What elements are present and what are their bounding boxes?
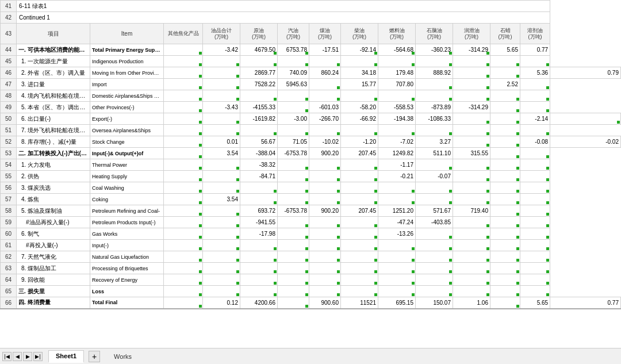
data-cell: -3.42	[203, 44, 240, 56]
zh-cell: 3. 煤炭洗选	[17, 182, 90, 194]
nav-first-sheet[interactable]: |◀	[2, 352, 12, 361]
data-cell	[520, 159, 550, 171]
row-num: 54	[1, 159, 17, 171]
data-cell: 7528.22	[240, 79, 278, 90]
data-cell	[490, 148, 520, 159]
data-cell: -314.29	[453, 44, 490, 56]
data-cell	[520, 194, 550, 205]
row-num: 64	[1, 274, 17, 286]
zh-cell: 5. 本省（区、市）调出量(-)	[17, 102, 90, 113]
data-cell	[416, 194, 453, 205]
data-cell	[416, 182, 453, 194]
data-cell	[416, 79, 453, 90]
add-sheet-button[interactable]: +	[89, 351, 100, 362]
data-cell: -0.08	[520, 136, 550, 148]
data-cell: -66.92	[341, 113, 378, 125]
zh-cell: #再投入量(-)	[17, 240, 90, 251]
data-cell	[490, 159, 520, 171]
data-cell	[416, 159, 453, 171]
data-cell	[164, 205, 203, 217]
data-cell	[520, 251, 550, 263]
zh-cell: 二. 加工转换投入(-)产出(+)量	[17, 148, 90, 159]
data-cell	[520, 102, 550, 113]
data-cell	[278, 297, 309, 309]
data-cell: -1619.82	[240, 113, 278, 125]
data-cell: 5.36	[520, 67, 550, 79]
table-row: 55 2. 供热 Heating Supply -84.71 -0.21 -0.…	[1, 171, 621, 182]
zh-cell: 3. 进口量	[17, 79, 90, 90]
data-cell	[416, 263, 453, 274]
data-cell	[309, 251, 341, 263]
sheet-tab-sheet1[interactable]: Sheet1	[48, 350, 84, 363]
zh-cell: 一. 可供本地区消费的能源里	[17, 44, 90, 56]
en-cell: Export(-)	[90, 113, 164, 125]
data-cell: 900.20	[309, 148, 341, 159]
data-cell	[240, 90, 278, 102]
data-cell	[203, 159, 240, 171]
works-label: Works	[114, 353, 132, 360]
data-cell	[378, 286, 416, 297]
data-cell: -266.70	[309, 113, 341, 125]
data-cell	[203, 171, 240, 182]
data-cell	[490, 113, 520, 125]
zh-cell: 三. 损失里	[17, 286, 90, 297]
title-row: 41 6-11 绿表1	[1, 1, 621, 12]
data-cell	[341, 240, 378, 251]
col-header-g: 煤油(万吨)	[309, 24, 341, 44]
data-cell	[164, 56, 203, 67]
data-cell	[203, 67, 240, 79]
data-cell	[378, 56, 416, 67]
zh-cell: 8. 煤制品加工	[17, 263, 90, 274]
data-cell	[203, 240, 240, 251]
data-cell	[341, 274, 378, 286]
nav-next-sheet[interactable]: ▶	[23, 352, 32, 361]
data-cell: -388.04	[240, 148, 278, 159]
nav-prev-sheet[interactable]: ◀	[13, 352, 22, 361]
en-cell: Oversea Airplanes&Ships	[90, 125, 164, 136]
en-cell: Input(-)& Output(+)of	[90, 148, 164, 159]
data-cell	[278, 217, 309, 228]
col-header-item-zh: 项目	[17, 24, 90, 44]
data-cell: 695.15	[378, 297, 416, 309]
data-cell	[520, 182, 550, 194]
data-cell: 150.07	[416, 297, 453, 309]
data-cell: -3.43	[203, 102, 240, 113]
table-row: 65 三. 损失里 Loss	[1, 286, 621, 297]
data-cell	[490, 263, 520, 274]
data-cell	[453, 217, 490, 228]
bottom-status: Works	[102, 353, 619, 360]
table-row: 63 8. 煤制品加工 Processing of Briquettes	[1, 263, 621, 274]
data-cell: -84.71	[240, 171, 278, 182]
data-cell	[164, 194, 203, 205]
table-row: 66 四. 终消费量 Total Final 0.12 4200.66 900.…	[1, 297, 621, 309]
data-cell	[240, 194, 278, 205]
data-cell: 3.27	[416, 136, 453, 148]
data-cell	[240, 251, 278, 263]
data-cell	[164, 286, 203, 297]
data-cell	[203, 113, 240, 125]
data-cell: 0.12	[203, 297, 240, 309]
data-cell	[520, 171, 550, 182]
en-cell: Moving In from Other Provinces	[90, 67, 164, 79]
table-row: 56 3. 煤炭洗选 Coal Washing	[1, 182, 621, 194]
data-cell	[203, 274, 240, 286]
col-header-m: 溶剂油(万吨)	[520, 24, 550, 44]
data-cell	[416, 56, 453, 67]
data-cell: 0.01	[203, 136, 240, 148]
data-cell	[164, 297, 203, 309]
data-cell: -194.38	[378, 113, 416, 125]
table-row: 47 3. 进口量 Import 7528.22 5945.63 15.77 7…	[1, 79, 621, 90]
data-cell	[520, 274, 550, 286]
data-cell	[164, 228, 203, 240]
data-cell: 56.67	[240, 136, 278, 148]
zh-cell: 6. 出口量(-)	[17, 113, 90, 125]
data-cell: -47.24	[378, 217, 416, 228]
data-table: 41 6-11 绿表1 42 Continued 1 43 项目 Item 其他…	[0, 0, 621, 309]
row-num: 58	[1, 205, 17, 217]
row-num: 62	[1, 251, 17, 263]
sheet-tab-bar: |◀ ◀ ▶ ▶| Sheet1 + Works	[0, 348, 621, 364]
data-cell	[520, 240, 550, 251]
data-cell	[490, 171, 520, 182]
row-num: 52	[1, 136, 17, 148]
nav-last-sheet[interactable]: ▶|	[33, 352, 43, 361]
